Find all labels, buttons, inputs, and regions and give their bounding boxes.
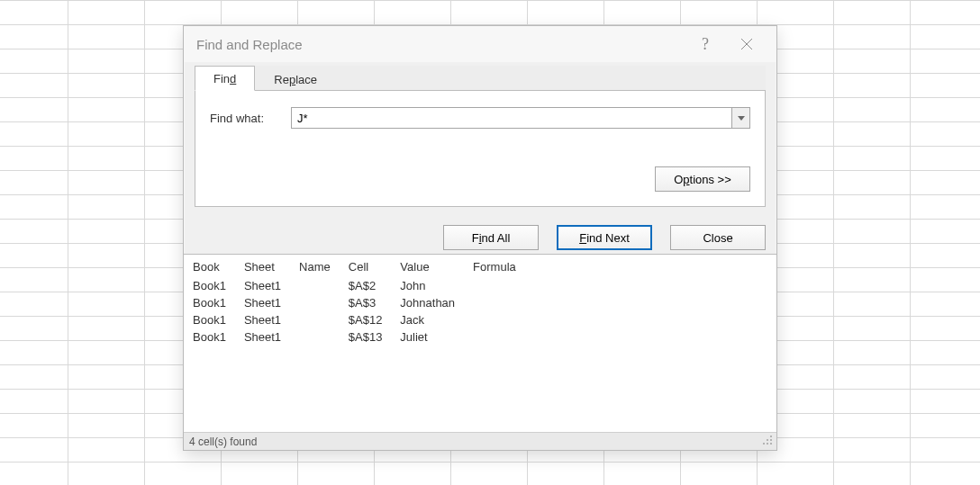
results-column-header[interactable]: Cell — [347, 258, 399, 277]
find-panel: Find what: Options >> — [195, 91, 766, 207]
find-what-label: Find what: — [210, 112, 275, 125]
results-column-header[interactable]: Book — [191, 258, 242, 277]
results-list[interactable]: BookSheetNameCellValueFormula Book1Sheet… — [184, 254, 776, 432]
svg-point-5 — [770, 443, 772, 445]
dialog-title: Find and Replace — [196, 37, 685, 52]
svg-point-2 — [770, 439, 772, 441]
find-all-button[interactable]: Find All — [443, 225, 539, 250]
results-column-header[interactable]: Value — [398, 258, 471, 277]
dialog-titlebar: Find and Replace ? — [184, 26, 776, 62]
svg-point-1 — [767, 439, 768, 441]
find-next-button[interactable]: Find Next — [557, 225, 652, 250]
results-column-header[interactable]: Sheet — [242, 258, 297, 277]
find-what-combo[interactable] — [291, 107, 750, 129]
results-row[interactable]: Book1Sheet1$A$3Johnathan — [191, 294, 532, 311]
results-row[interactable]: Book1Sheet1$A$12Jack — [191, 311, 532, 328]
find-replace-dialog: Find and Replace ? Find Replace Find wha… — [183, 25, 777, 451]
options-button[interactable]: Options >> — [655, 166, 750, 192]
tab-replace[interactable]: Replace — [255, 67, 336, 91]
dialog-actions: Find All Find Next Close — [184, 216, 776, 254]
resize-grip-icon[interactable] — [762, 435, 773, 448]
help-button[interactable]: ? — [685, 30, 726, 58]
results-row[interactable]: Book1Sheet1$A$13Juliet — [191, 328, 532, 346]
results-column-header[interactable]: Formula — [471, 258, 532, 277]
find-what-input[interactable] — [292, 108, 731, 128]
close-button[interactable]: Close — [670, 225, 766, 250]
tab-find[interactable]: Find — [195, 66, 255, 91]
status-text: 4 cell(s) found — [189, 436, 257, 448]
close-icon[interactable] — [726, 30, 767, 58]
svg-point-0 — [770, 436, 772, 437]
chevron-down-icon[interactable] — [731, 108, 749, 128]
svg-point-3 — [763, 443, 765, 445]
svg-point-4 — [767, 443, 768, 445]
tab-strip: Find Replace — [195, 66, 766, 91]
results-row[interactable]: Book1Sheet1$A$2John — [191, 277, 532, 294]
results-column-header[interactable]: Name — [297, 258, 347, 277]
status-bar: 4 cell(s) found — [184, 432, 776, 450]
